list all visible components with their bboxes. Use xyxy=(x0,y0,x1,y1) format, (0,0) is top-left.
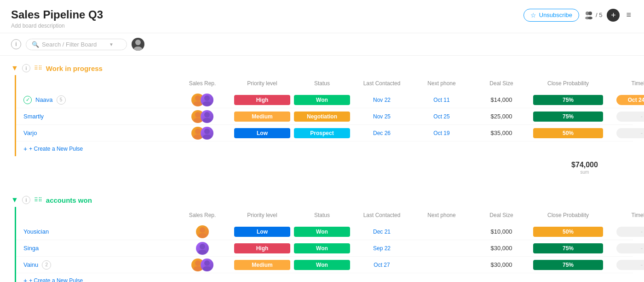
row-varjo-avatar-cell xyxy=(172,125,232,141)
row-varjo-name-cell: Varjo xyxy=(16,129,172,136)
row-varjo-status-cell: Prospect xyxy=(292,127,352,140)
group2-toggle[interactable]: ▼ xyxy=(11,196,18,204)
svg-point-10 xyxy=(195,112,201,118)
row-vainu-status: Won xyxy=(294,260,350,270)
group2-title[interactable]: accounts won xyxy=(46,196,92,204)
group2-create-pulse-label: + Create a New Pulse xyxy=(29,277,83,282)
row-smartly-status: Negotiation xyxy=(294,112,350,122)
row-naava-timeline: Oct 24 - 27 xyxy=(616,95,644,105)
row-yousician-close-prob: 50% xyxy=(533,227,603,237)
group1-summary: $74,000 sum xyxy=(11,157,633,178)
row-singa-status-cell: Won xyxy=(292,242,352,255)
col2-last-contacted-header: Last Contacted xyxy=(352,212,412,218)
row-naava-avatar-cell xyxy=(172,92,232,108)
avatar-filter[interactable] xyxy=(132,38,144,51)
svg-point-4 xyxy=(135,40,141,45)
col-timeline-header: Timeline xyxy=(605,80,644,87)
row-vainu-next-phone xyxy=(412,264,472,266)
row-smartly-timeline: - xyxy=(616,112,644,122)
row-singa-avatar-cell xyxy=(172,241,232,256)
row-varjo-priority: Low xyxy=(234,128,290,138)
row-singa-close-prob-cell: 75% xyxy=(531,242,605,255)
col2-status-header: Status xyxy=(292,212,352,218)
table-row: Vainu 2 Medium Won Oct 27 xyxy=(16,257,633,273)
group1-title[interactable]: Work in progress xyxy=(46,65,103,72)
avatar xyxy=(201,110,213,123)
svg-point-3 xyxy=(588,17,592,19)
row-varjo-name[interactable]: Varjo xyxy=(23,129,37,136)
row-naava-badge[interactable]: 5 xyxy=(57,95,66,105)
group2-header: ▼ i ⠿⠿ accounts won xyxy=(11,193,633,207)
group1-toggle[interactable]: ▼ xyxy=(11,64,18,72)
svg-point-21 xyxy=(198,250,207,254)
row-smartly-next-phone: Oct 25 xyxy=(412,112,472,121)
col-last-contacted-header: Last Contacted xyxy=(352,80,412,87)
row-singa-priority: High xyxy=(234,243,290,253)
col2-sales-rep-header: Sales Rep. xyxy=(172,212,232,218)
header-right: ☆ Unsubscribe / 5 + ≡ xyxy=(523,8,633,22)
row-naava-status-cell: Won xyxy=(292,94,352,106)
svg-point-5 xyxy=(134,47,142,51)
subscribers-badge[interactable]: / 5 xyxy=(584,10,602,20)
group1-create-pulse-label: + Create a New Pulse xyxy=(29,146,83,152)
svg-point-24 xyxy=(204,260,210,266)
row-yousician-name[interactable]: Yousician xyxy=(23,228,49,235)
group1-create-pulse[interactable]: + + Create a New Pulse xyxy=(16,141,633,156)
col-priority-header: Priority level xyxy=(232,80,292,87)
group2-create-pulse[interactable]: + + Create a New Pulse xyxy=(16,273,633,282)
add-people-button[interactable]: + xyxy=(607,9,620,22)
row-vainu-deal-size: $30,000 xyxy=(472,260,531,270)
row-vainu-priority-cell: Medium xyxy=(232,258,292,271)
search-input[interactable] xyxy=(42,41,106,48)
row-naava-last-contacted: Nov 22 xyxy=(352,95,412,105)
row-vainu-name-cell: Vainu 2 xyxy=(16,260,172,270)
row-naava-check[interactable]: ✓ xyxy=(23,96,32,104)
row-smartly-status-cell: Negotiation xyxy=(292,110,352,123)
svg-point-22 xyxy=(195,260,201,266)
svg-point-6 xyxy=(195,95,201,101)
row-varjo-timeline-cell: - xyxy=(605,127,644,140)
col-close-prob-header: Close Probability xyxy=(531,80,605,87)
filter-dropdown-arrow[interactable]: ▼ xyxy=(109,42,114,47)
row-singa-timeline: - xyxy=(616,243,644,253)
unsubscribe-button[interactable]: ☆ Unsubscribe xyxy=(523,9,579,22)
header: Sales Pipeline Q3 Add board description … xyxy=(0,0,644,33)
col-sales-rep-header: Sales Rep. xyxy=(172,80,232,87)
row-vainu-status-cell: Won xyxy=(292,258,352,271)
row-varjo-close-prob: 50% xyxy=(533,128,603,138)
group1-drag-handle[interactable]: ⠿⠿ xyxy=(34,65,42,71)
group1-info-button[interactable]: i xyxy=(22,64,30,72)
row-vainu-avatars xyxy=(191,258,213,271)
row-vainu-badge[interactable]: 2 xyxy=(42,260,51,270)
row-singa-name[interactable]: Singa xyxy=(23,245,39,252)
group1-sum-label: sum xyxy=(555,170,615,175)
row-vainu-close-prob-cell: 75% xyxy=(531,258,605,271)
svg-point-19 xyxy=(198,233,207,238)
row-smartly-name[interactable]: Smartly xyxy=(23,113,44,120)
col2-timeline-header: Timeline xyxy=(605,212,644,218)
info-button[interactable]: i xyxy=(11,39,21,49)
subscribers-icon xyxy=(584,10,594,20)
row-singa-next-phone xyxy=(412,247,472,250)
row-varjo-last-contacted: Dec 26 xyxy=(352,129,412,138)
row-naava-avatars xyxy=(191,94,213,106)
svg-point-20 xyxy=(200,244,205,249)
group2-info-button[interactable]: i xyxy=(22,196,30,204)
menu-button[interactable]: ≡ xyxy=(624,8,633,22)
avatar xyxy=(201,258,213,271)
page-subtitle[interactable]: Add board description xyxy=(11,23,103,29)
col-status-header: Status xyxy=(292,80,352,87)
svg-point-8 xyxy=(204,95,210,101)
row-vainu-name[interactable]: Vainu xyxy=(23,261,38,268)
row-yousician-priority: Low xyxy=(234,227,290,237)
avatar-icon xyxy=(132,38,144,51)
row-vainu-avatar-cell xyxy=(172,257,232,273)
col2-deal-size-header: Deal Size xyxy=(472,212,531,218)
group2-drag-handle[interactable]: ⠿⠿ xyxy=(34,197,42,203)
row-vainu-close-prob: 75% xyxy=(533,260,603,270)
row-yousician-status-cell: Won xyxy=(292,225,352,238)
row-yousician-status: Won xyxy=(294,227,350,237)
row-varjo-next-phone: Oct 19 xyxy=(412,129,472,138)
row-naava-name[interactable]: Naava xyxy=(35,96,53,103)
row-naava-close-prob-cell: 75% xyxy=(531,94,605,106)
